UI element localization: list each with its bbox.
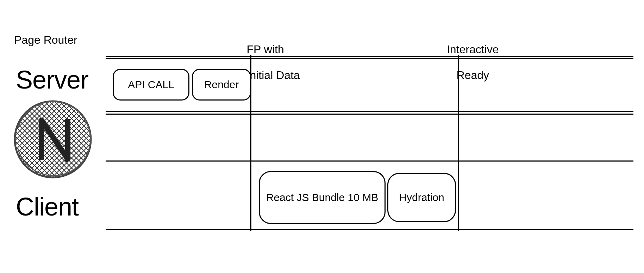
lane-label-server: Server (16, 65, 88, 94)
task-render: Render (192, 69, 251, 101)
task-react-bundle: React JS Bundle 10 MB (259, 171, 386, 224)
diagram-canvas: Page Router FP with Initial Data Interac… (0, 0, 644, 273)
nextjs-logo-icon (12, 99, 93, 180)
lane-line-bottom (106, 229, 633, 230)
marker-ready-line2: Ready (457, 69, 489, 81)
marker-fp-line2: Initial Data (247, 69, 300, 81)
task-api-call: API CALL (113, 69, 189, 101)
marker-ready-label: Interactive Ready (424, 30, 509, 95)
marker-ready-line1: Interactive (447, 43, 499, 56)
task-hydration-label: Hydration (399, 192, 444, 204)
task-api-call-label: API CALL (128, 79, 174, 91)
lane-line-mid1 (106, 111, 633, 112)
lane-line-mid2 (106, 160, 633, 162)
marker-line-ready (458, 55, 459, 231)
diagram-title: Page Router (14, 34, 77, 47)
lane-label-client: Client (16, 192, 79, 221)
task-react-bundle-label: React JS Bundle 10 MB (266, 192, 379, 204)
marker-fp-line1: FP with (247, 43, 284, 56)
task-hydration: Hydration (387, 173, 456, 222)
lane-line-top (106, 56, 633, 57)
task-render-label: Render (204, 79, 239, 91)
